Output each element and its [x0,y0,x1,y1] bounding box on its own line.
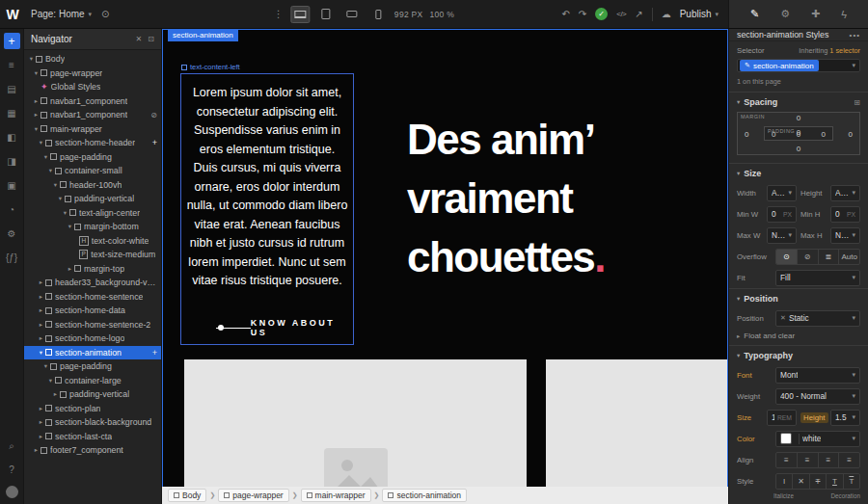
navigator-item-container-small[interactable]: ▾container-small [24,164,161,178]
margin-right-value[interactable]: 0 [849,129,853,138]
breadcrumb-item-main-wrapper[interactable]: main-wrapper [301,489,371,502]
font-field[interactable]: Mont▾ [775,367,860,384]
caret-down-icon[interactable]: ▾ [27,55,36,63]
caret-down-icon[interactable]: ▾ [56,195,65,202]
align-left-button[interactable]: ≡ [776,453,798,467]
navigator-item-header33_background-video-wrapper[interactable]: ▸header33_background-video-wrapper [24,276,161,290]
caret-right-icon[interactable]: ▸ [51,390,60,398]
share-icon[interactable]: ↗ [635,9,642,19]
inheritance-note[interactable]: Inheriting 1 selector [799,46,860,55]
overflow-auto-button[interactable]: Auto [839,250,859,264]
caret-right-icon[interactable]: ▸ [32,97,41,105]
navigator-item-page-padding[interactable]: ▾page-padding [24,150,161,165]
navigator-item-section-black-background[interactable]: ▸section-black-background [24,415,161,430]
style-none-button[interactable]: ✕ [793,474,809,489]
selected-section-badge[interactable]: section-animation [168,30,238,41]
redo-icon[interactable]: ↷ [579,9,586,19]
undo-icon[interactable]: ↶ [561,9,569,19]
design-canvas[interactable]: section-animation text-content-left Lore… [162,29,728,487]
caret-down-icon[interactable]: ▾ [41,153,50,161]
settings-tab-gear-icon[interactable]: ⚙ [780,8,790,20]
code-icon[interactable]: {ƒ} [4,250,20,266]
caret-right-icon[interactable]: ▸ [66,265,74,273]
navigator-item-section-home-sentence-2[interactable]: ▸section-home-sentence-2 [24,318,161,332]
navigator-item-margin-top[interactable]: ▸margin-top [24,262,161,277]
overflow-visible-button[interactable]: ⊙ [776,250,798,264]
zoom-value[interactable]: 100 % [430,10,455,19]
align-center-button[interactable]: ≡ [798,453,819,467]
webflow-logo[interactable]: W [0,0,25,29]
breadcrumb-item-section-animation[interactable]: section-animation [382,489,467,502]
line-height-field[interactable]: 1.5▾ [830,410,860,426]
ecommerce-icon[interactable]: ◨ [4,153,20,170]
navigator-item-text-size-medium[interactable]: Ptext-size-medium [24,248,161,262]
caret-right-icon[interactable]: ▸ [37,418,45,426]
publish-button[interactable]: Publish ▾ [680,9,719,19]
export-code-icon[interactable]: </> [616,10,626,18]
padding-left-value[interactable]: 0 [772,129,775,138]
navigator-item-main-wrapper[interactable]: ▾main-wrapper [24,122,161,137]
size-section-header[interactable]: ▾ Size [729,163,868,182]
breakpoint-tablet-button[interactable] [316,6,336,23]
weight-field[interactable]: 400 - Normal▾ [775,388,860,405]
navigator-item-page-padding[interactable]: ▾page-padding [24,359,161,374]
strikethrough-button[interactable]: T [810,474,827,489]
navigator-item-section-animation[interactable]: ▾section-animation+ [24,346,161,360]
margin-top-value[interactable]: 0 [797,114,800,122]
add-element-icon[interactable]: + [149,138,157,147]
avatar[interactable] [6,486,18,498]
color-swatch[interactable] [780,433,792,444]
breakpoint-landscape-button[interactable] [342,6,362,23]
caret-down-icon[interactable]: ▾ [32,69,41,77]
style-tab-brush-icon[interactable]: ✎ [750,8,759,20]
caret-down-icon[interactable]: ▾ [51,181,60,189]
help-icon[interactable]: ? [4,462,20,478]
italic-button[interactable]: I [776,474,793,489]
navigator-item-Global Styles[interactable]: ✦Global Styles [24,80,161,94]
max-height-field[interactable]: None▾ [830,227,860,244]
navigator-item-navbar1_component[interactable]: ▸navbar1_component⊘ [24,108,161,122]
selector-field[interactable]: ✎ section-animation ▾ [737,59,860,72]
image-placeholder-left[interactable] [184,359,527,487]
spacing-section-header[interactable]: ▾ Spacing ⊞ [729,92,868,111]
breadcrumb-item-Body[interactable]: Body [168,489,206,502]
position-field[interactable]: ✕ Static ▾ [775,310,860,327]
lorem-paragraph[interactable]: Lorem ipsum dolor sit amet, consectetur … [181,74,353,301]
page-selector[interactable]: Page: Home ▾ [31,9,92,19]
selector-chip[interactable]: ✎ section-animation [740,60,819,71]
navigator-item-section-home-logo[interactable]: ▸section-home-logo [24,332,161,346]
navigator-item-Body[interactable]: ▾Body [24,52,161,66]
search-icon[interactable]: ⌕ [4,438,20,454]
overflow-hidden-button[interactable]: ⊘ [798,250,819,264]
navigator-item-section-plan[interactable]: ▸section-plan [24,402,161,416]
caret-down-icon[interactable]: ▾ [46,377,55,385]
caret-right-icon[interactable]: ▸ [37,433,45,440]
spacing-options-icon[interactable]: ⊞ [854,98,860,107]
image-placeholder-right[interactable] [546,359,728,487]
padding-right-value[interactable]: 0 [822,129,826,138]
clear-icon[interactable]: ✕ [780,314,786,322]
navigator-item-section-home-header[interactable]: ▾section-home-header+ [24,136,161,150]
overline-button[interactable]: T [844,474,859,489]
breakpoint-width-value[interactable]: 992 PX [394,10,423,19]
align-right-button[interactable]: ≡ [819,453,840,467]
fit-field[interactable]: Fill▾ [775,270,860,286]
navigator-item-navbar1_component[interactable]: ▸navbar1_component [24,94,161,109]
align-justify-button[interactable]: ≡ [839,453,859,467]
settings-icon[interactable]: ⚙ [4,225,20,242]
text-content-block[interactable]: text-content-left Lorem ipsum dolor sit … [180,73,354,345]
navigator-item-section-home-data[interactable]: ▸section-home-data [24,304,161,318]
caret-down-icon[interactable]: ▾ [61,209,69,217]
components-icon[interactable]: ▦ [4,105,20,121]
typography-section-header[interactable]: ▾ Typography [729,345,868,364]
menu-icon[interactable]: ≡ [4,57,20,73]
caret-right-icon[interactable]: ▸ [32,111,41,119]
cms-icon[interactable]: ◧ [4,129,20,146]
style-manager-tab-icon[interactable]: ✚ [811,8,820,20]
caret-right-icon[interactable]: ▸ [37,279,45,286]
max-width-field[interactable]: None▾ [767,227,797,244]
overflow-scroll-button[interactable]: ≣ [819,250,840,264]
chevron-down-icon[interactable]: ▾ [852,62,855,69]
eye-off-icon[interactable]: ⊘ [147,111,157,119]
min-height-field[interactable]: 0PX [830,206,860,223]
